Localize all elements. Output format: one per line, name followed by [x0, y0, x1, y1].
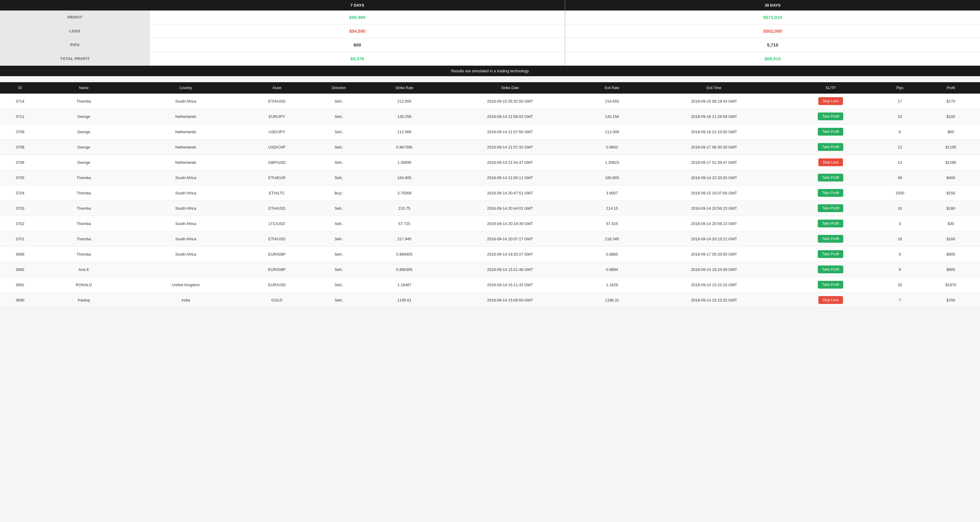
- cell-country: South Africa: [127, 94, 244, 109]
- stats-row-1: LOSS$54,595$502,095: [0, 24, 980, 38]
- cell-asset: EUR/GBP: [244, 247, 310, 262]
- table-row: 3705ThembaSouth AfricaETH/EURSell↓184.80…: [0, 170, 980, 185]
- stop-loss-button[interactable]: Stop Loss: [818, 97, 843, 105]
- cell-strike-rate: 0.890305: [368, 262, 441, 277]
- take-profit-button[interactable]: Take Profit: [818, 266, 843, 273]
- take-profit-button[interactable]: Take Profit: [818, 189, 843, 197]
- cell-strike-rate: 1.30695: [368, 155, 441, 170]
- cell-profit: $170: [922, 94, 980, 109]
- stats-row-2: PIPS6005,710: [0, 38, 980, 52]
- cell-strike-rate: 0.967395: [368, 140, 441, 155]
- th-strike-rate: Strike Rate: [368, 82, 441, 94]
- stats-label-3: TOTAL PROFIT: [0, 52, 150, 65]
- cell-strike-rate: 1195.61: [368, 293, 441, 308]
- cell-country: Netherlands: [127, 109, 244, 124]
- cell-profit: $1280: [922, 155, 980, 170]
- cell-id: 3711: [0, 109, 40, 124]
- table-row: 3704ThembaSouth AfricaETH/LTCBuy↑3.75069…: [0, 185, 980, 201]
- cell-pips: 16: [878, 201, 922, 216]
- cell-sltp: Take Profit: [783, 185, 878, 201]
- cell-profit: $30: [922, 216, 980, 231]
- cell-exit-time: 2018-09-14 20:56:23 GMT: [645, 216, 783, 231]
- cell-country: India: [127, 293, 244, 308]
- table-row: 3702ThembaSouth AfricaLTC/USDSell↓57.715…: [0, 216, 980, 231]
- stats-cell-7d-3: $5,370: [150, 52, 565, 65]
- cell-name: Themba: [40, 201, 128, 216]
- cell-id: 3691: [0, 277, 40, 293]
- cell-profit: $160: [922, 231, 980, 247]
- cell-exit-time: 2018-09-14 15:10:25 GMT: [645, 293, 783, 308]
- cell-strike-date: 2018-09-14 15:21:46 GMT: [441, 262, 579, 277]
- cell-exit-time: 2018-09-14 20:15:21 GMT: [645, 231, 783, 247]
- cell-strike-rate: 212.955: [368, 94, 441, 109]
- cell-direction: Sell↓: [310, 140, 368, 155]
- stop-loss-button[interactable]: Stop Loss: [818, 158, 843, 166]
- top-bar: Results are simulated in a trading techn…: [0, 66, 980, 76]
- cell-profit: $1970: [922, 277, 980, 293]
- cell-id: 3709: [0, 124, 40, 140]
- cell-pips: 16: [878, 231, 922, 247]
- take-profit-button[interactable]: Take Profit: [818, 204, 843, 212]
- th-direction: Direction: [310, 82, 368, 94]
- stats-values-3: $5,370$68,915: [150, 52, 980, 65]
- cell-direction: Sell↓: [310, 94, 368, 109]
- cell-exit-time: 2018-09-16 21:26:59 GMT: [645, 109, 783, 124]
- table-row: 3692Ana EEUR/GBPSell↓0.8903052018-09-14 …: [0, 262, 980, 277]
- th-name: Name: [40, 82, 128, 94]
- cell-sltp: Take Profit: [783, 277, 878, 293]
- th-pips: Pips: [878, 82, 922, 94]
- take-profit-button[interactable]: Take Profit: [818, 235, 843, 243]
- stop-loss-button[interactable]: Stop Loss: [818, 296, 843, 304]
- cell-strike-date: 2018-09-14 20:47:51 GMT: [441, 185, 579, 201]
- cell-country: Netherlands: [127, 140, 244, 155]
- cell-pips: 12: [878, 140, 922, 155]
- cell-id: 3690: [0, 293, 40, 308]
- take-profit-button[interactable]: Take Profit: [818, 220, 843, 228]
- cell-country: South Africa: [127, 216, 244, 231]
- cell-direction: Sell↓: [310, 201, 368, 216]
- cell-direction: Sell↓: [310, 277, 368, 293]
- cell-exit-time: 2018-09-14 22:33:00 GMT: [645, 170, 783, 185]
- cell-strike-rate: 57.715: [368, 216, 441, 231]
- cell-sltp: Take Profit: [783, 201, 878, 216]
- cell-asset: LTC/USD: [244, 216, 310, 231]
- cell-name: Ana E: [40, 262, 128, 277]
- th-exit-rate: Exit Rate: [579, 82, 645, 94]
- cell-asset: ETH/LTC: [244, 185, 310, 201]
- cell-id: 3714: [0, 94, 40, 109]
- cell-exit-time: 2018-09-14 19:24:59 GMT: [645, 262, 783, 277]
- cell-pips: 10: [878, 109, 922, 124]
- take-profit-button[interactable]: Take Profit: [818, 174, 843, 181]
- cell-profit: $905: [922, 247, 980, 262]
- cell-country: South Africa: [127, 185, 244, 201]
- cell-asset: GBP/USD: [244, 155, 310, 170]
- cell-id: 3706: [0, 155, 40, 170]
- cell-id: 3702: [0, 216, 40, 231]
- stats-values-1: $54,595$502,095: [150, 24, 980, 38]
- take-profit-button[interactable]: Take Profit: [818, 143, 843, 151]
- take-profit-button[interactable]: Take Profit: [818, 281, 843, 289]
- stats-values-2: 6005,710: [150, 38, 980, 52]
- stats-cell-7d-2: 600: [150, 38, 565, 52]
- take-profit-button[interactable]: Take Profit: [818, 128, 843, 135]
- cell-country: South Africa: [127, 201, 244, 216]
- cell-sltp: Stop Loss: [783, 293, 878, 308]
- cell-profit: $905: [922, 262, 980, 277]
- cell-name: Themba: [40, 94, 128, 109]
- cell-pips: 13: [878, 155, 922, 170]
- cell-strike-rate: 0.889405: [368, 247, 441, 262]
- take-profit-button[interactable]: Take Profit: [818, 250, 843, 258]
- cell-strike-date: 2018-09-14 15:11:42 GMT: [441, 277, 579, 293]
- cell-asset: EUR/JPY: [244, 109, 310, 124]
- take-profit-button[interactable]: Take Profit: [818, 113, 843, 120]
- cell-direction: Sell↓: [310, 293, 368, 308]
- cell-strike-rate: 217.945: [368, 231, 441, 247]
- cell-exit-rate: 0.9662: [579, 140, 645, 155]
- cell-strike-date: 2018-09-14 21:57:56 GMT: [441, 124, 579, 140]
- cell-strike-rate: 3.75069: [368, 185, 441, 201]
- cell-asset: USD/CHF: [244, 140, 310, 155]
- stats-cell-30d-0: $571,010: [565, 11, 980, 24]
- cell-strike-date: 2018-09-14 20:44:01 GMT: [441, 201, 579, 216]
- cell-exit-rate: 0.8894: [579, 262, 645, 277]
- period-headers: 7 DAYS 30 DAYS: [0, 0, 980, 11]
